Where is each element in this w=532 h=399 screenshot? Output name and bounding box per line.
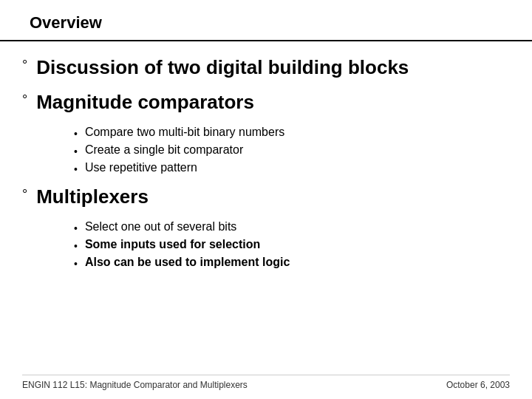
sub-dot-icon: •	[74, 163, 78, 175]
slide-container: Overview ° Discussion of two digital bui…	[0, 0, 532, 399]
footer-left-text: ENGIN 112 L15: Magnitude Comparator and …	[22, 380, 248, 390]
list-item: • Use repetitive pattern	[74, 161, 510, 175]
slide-title: Overview	[30, 13, 102, 32]
sub-dot-icon: •	[74, 240, 78, 252]
sub-dot-icon: •	[74, 146, 78, 157]
bullet-1-text: Discussion of two digital building block…	[36, 56, 409, 79]
bullet-2: ° Magnitude comparators	[22, 91, 510, 114]
bullet-2-sub-bullets: • Compare two multi-bit binary numbers •…	[74, 126, 510, 175]
bullet-2-text: Magnitude comparators	[36, 91, 254, 114]
bullet-circle-1: °	[22, 58, 27, 73]
content-area: ° Discussion of two digital building blo…	[0, 56, 532, 270]
footer-right-text: October 6, 2003	[446, 380, 510, 390]
sub-bullet-2-2: Create a single bit comparator	[85, 143, 243, 157]
sub-bullet-2-1: Compare two multi-bit binary numbers	[85, 126, 284, 139]
bullet-circle-3: °	[22, 187, 27, 202]
bullet-3: ° Multiplexers	[22, 185, 510, 208]
list-item: • Select one out of several bits	[74, 220, 510, 234]
sub-dot-icon: •	[74, 128, 78, 140]
sub-dot-icon: •	[74, 258, 78, 270]
bullet-3-text: Multiplexers	[36, 185, 149, 208]
bullet-circle-2: °	[22, 92, 27, 108]
sub-bullet-2-3: Use repetitive pattern	[85, 161, 197, 174]
sub-bullet-3-3: Also can be used to implement logic	[85, 256, 290, 269]
sub-bullet-3-2: Some inputs used for selection	[85, 238, 260, 251]
list-item: • Also can be used to implement logic	[74, 256, 510, 270]
bullet-3-sub-bullets: • Select one out of several bits • Some …	[74, 220, 510, 270]
title-bar: Overview	[0, 0, 532, 41]
list-item: • Create a single bit comparator	[74, 143, 510, 157]
sub-bullet-3-1: Select one out of several bits	[85, 220, 236, 233]
sub-dot-icon: •	[74, 222, 78, 234]
list-item: • Compare two multi-bit binary numbers	[74, 126, 510, 140]
list-item: • Some inputs used for selection	[74, 238, 510, 252]
footer: ENGIN 112 L15: Magnitude Comparator and …	[22, 375, 510, 390]
bullet-1: ° Discussion of two digital building blo…	[22, 56, 510, 79]
